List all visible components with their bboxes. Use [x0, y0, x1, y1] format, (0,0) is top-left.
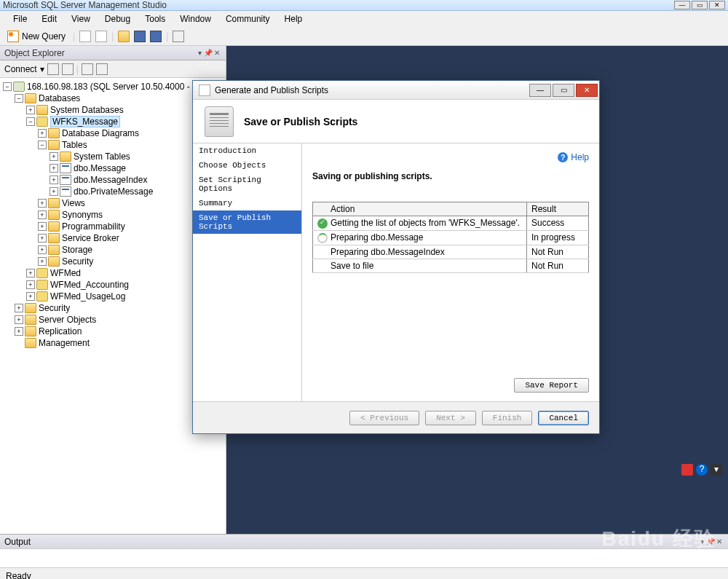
expand-icon[interactable]: − — [38, 141, 47, 149]
col-action[interactable]: Action — [313, 202, 527, 216]
oe-toolbar-icon-1[interactable] — [47, 63, 59, 75]
connect-dropdown-icon[interactable]: ▾ — [40, 64, 44, 74]
menu-help[interactable]: Help — [279, 12, 309, 25]
expand-icon[interactable]: − — [15, 94, 23, 103]
cancel-button[interactable]: Cancel — [538, 411, 589, 425]
expand-icon[interactable]: + — [38, 199, 47, 208]
expand-icon[interactable]: + — [15, 304, 23, 312]
expand-icon[interactable]: + — [38, 210, 47, 219]
panel-dropdown-icon[interactable]: ▾ — [697, 537, 706, 546]
menu-community[interactable]: Community — [220, 12, 276, 25]
title-bar: Microsoft SQL Server Management Studio —… — [0, 0, 728, 11]
oe-toolbar-filter-icon[interactable] — [82, 63, 93, 75]
oe-toolbar-refresh-icon[interactable] — [96, 63, 108, 75]
dialog-title-bar[interactable]: Generate and Publish Scripts — ▭ ✕ — [193, 81, 599, 100]
table-node[interactable]: dbo.PrivateMessage — [74, 186, 153, 197]
panel-close-icon[interactable]: ✕ — [715, 537, 724, 546]
wfks-message-db-node[interactable]: WFKS_Message — [50, 116, 120, 127]
wizard-nav-scripting-options[interactable]: Set Scripting Options — [193, 173, 301, 196]
wizard-nav-choose-objects[interactable]: Choose Objects — [193, 158, 301, 173]
expand-icon[interactable]: − — [26, 117, 35, 126]
expand-icon[interactable]: + — [38, 234, 47, 243]
views-node[interactable]: Views — [62, 198, 85, 208]
system-databases-node[interactable]: System Databases — [50, 105, 124, 115]
folder-icon — [25, 315, 36, 325]
tables-node[interactable]: Tables — [62, 140, 87, 150]
service-broker-node[interactable]: Service Broker — [62, 233, 119, 243]
dialog-close-button[interactable]: ✕ — [576, 84, 598, 97]
toolbar-open-icon[interactable] — [118, 31, 130, 42]
expand-icon[interactable]: + — [38, 245, 47, 254]
dialog-maximize-button[interactable]: ▭ — [553, 84, 574, 97]
expand-icon[interactable]: + — [50, 176, 58, 184]
menu-file[interactable]: File — [7, 12, 33, 25]
toolbar-icon-1[interactable] — [79, 31, 91, 42]
expand-icon[interactable]: + — [26, 292, 35, 301]
expand-icon[interactable]: + — [15, 327, 23, 336]
storage-node[interactable]: Storage — [62, 245, 92, 255]
previous-button[interactable]: < Previous — [349, 411, 419, 425]
toolbar-activity-icon[interactable] — [173, 31, 184, 42]
col-result[interactable]: Result — [527, 202, 589, 216]
help-link[interactable]: ?Help — [558, 152, 589, 162]
table-node[interactable]: dbo.Message — [74, 163, 126, 173]
new-query-button[interactable]: New Query — [4, 29, 68, 44]
panel-dropdown-icon[interactable]: ▾ — [195, 49, 204, 58]
db-security-node[interactable]: Security — [62, 256, 93, 267]
wizard-nav-save-publish[interactable]: Save or Publish Scripts — [193, 210, 301, 234]
wizard-nav-summary[interactable]: Summary — [193, 196, 301, 210]
panel-pin-icon[interactable]: 📌 — [204, 49, 213, 58]
wizard-scroll-icon — [205, 106, 234, 137]
expand-icon[interactable]: + — [50, 164, 58, 173]
menu-view[interactable]: View — [66, 12, 96, 25]
expand-icon[interactable]: + — [38, 257, 47, 266]
expand-icon[interactable]: − — [3, 82, 12, 91]
expand-icon[interactable]: + — [26, 269, 35, 277]
oe-toolbar-icon-2[interactable] — [62, 63, 74, 75]
database-node[interactable]: WFMed_UsageLog — [50, 291, 125, 302]
next-button[interactable]: Next > — [425, 411, 476, 425]
save-report-button[interactable]: Save Report — [514, 378, 589, 393]
system-tables-node[interactable]: System Tables — [74, 151, 130, 162]
diagrams-node[interactable]: Database Diagrams — [62, 128, 139, 138]
toolbar-icon-2[interactable] — [95, 31, 107, 42]
panel-pin-icon[interactable]: 📌 — [706, 537, 715, 546]
table-node[interactable]: dbo.MessageIndex — [74, 175, 147, 185]
expand-icon[interactable]: + — [26, 106, 35, 114]
toolbar-saveall-icon[interactable] — [150, 31, 162, 42]
menu-debug[interactable]: Debug — [99, 12, 136, 25]
minimize-button[interactable]: — — [674, 1, 690, 9]
tray-icon[interactable] — [681, 464, 693, 476]
output-panel-body[interactable] — [0, 548, 728, 567]
menu-tools[interactable]: Tools — [139, 12, 171, 25]
menu-edit[interactable]: Edit — [36, 12, 63, 25]
database-node[interactable]: WFMed_Accounting — [50, 280, 129, 290]
toolbar-save-icon[interactable] — [134, 31, 146, 42]
server-objects-node[interactable]: Server Objects — [39, 315, 96, 325]
expand-icon[interactable]: + — [50, 152, 58, 161]
replication-node[interactable]: Replication — [39, 326, 82, 336]
menu-window[interactable]: Window — [174, 12, 217, 25]
connect-button[interactable]: Connect — [4, 64, 37, 74]
programmability-node[interactable]: Programmability — [62, 221, 125, 232]
expand-icon[interactable]: + — [15, 315, 23, 324]
tray-icon[interactable]: ? — [696, 464, 708, 476]
dialog-minimize-button[interactable]: — — [529, 84, 551, 97]
databases-node[interactable]: Databases — [39, 93, 80, 103]
expand-icon[interactable]: + — [38, 129, 47, 138]
expand-icon[interactable]: + — [50, 187, 58, 196]
expand-icon[interactable]: + — [26, 280, 35, 289]
wizard-nav-introduction[interactable]: Introduction — [193, 143, 301, 158]
finish-button[interactable]: Finish — [482, 411, 533, 425]
panel-close-icon[interactable]: ✕ — [213, 49, 221, 58]
tray-icon[interactable]: ▾ — [711, 464, 722, 476]
table-row: Getting the list of objects from 'WFKS_M… — [313, 216, 589, 231]
close-button[interactable]: ✕ — [709, 1, 725, 9]
server-security-node[interactable]: Security — [39, 303, 70, 313]
management-node[interactable]: Management — [39, 338, 90, 348]
synonyms-node[interactable]: Synonyms — [62, 210, 103, 220]
server-node[interactable]: 168.160.98.183 (SQL Server 10.50.4000 - … — [27, 82, 205, 92]
expand-icon[interactable]: + — [38, 222, 47, 231]
database-node[interactable]: WFMed — [50, 268, 81, 278]
maximize-button[interactable]: ▭ — [692, 1, 708, 9]
